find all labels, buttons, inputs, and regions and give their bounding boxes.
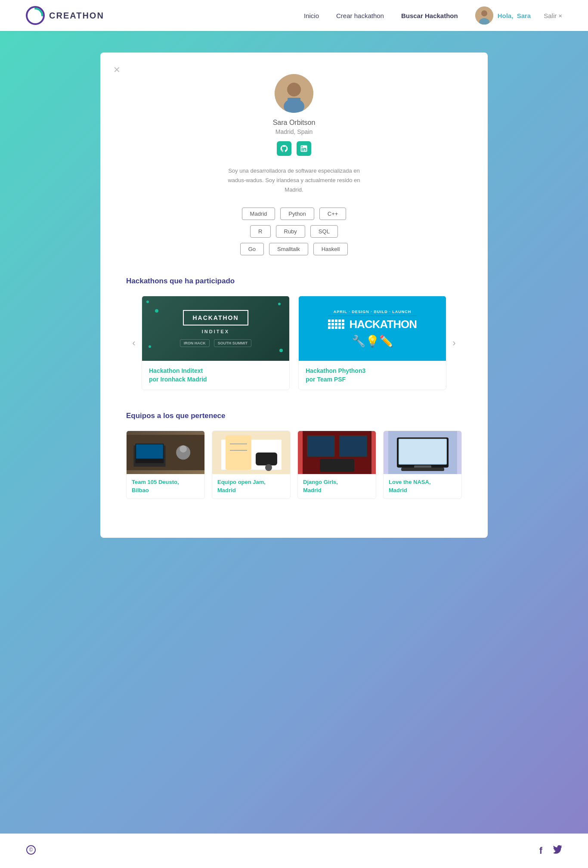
carousel-items: HACKATHON INDITEX IRON HACK SOUTH SUMMIT	[142, 296, 446, 390]
profile-avatar-icon	[275, 74, 313, 113]
tag-ruby[interactable]: Ruby	[276, 225, 305, 238]
tag-python[interactable]: Python	[280, 208, 314, 220]
hackathons-section: Hackathons que ha participado ‹	[126, 277, 462, 390]
tags-row-3: Go Smalltalk Haskell	[240, 243, 348, 255]
team-info-2: Equipo open Jam,Madrid	[212, 474, 290, 498]
hackathons-carousel: ‹ H	[126, 296, 462, 390]
hackathon-info-2: Hackathon Phython3 por Team PSF	[299, 361, 446, 390]
team-name-2: Equipo open Jam,Madrid	[217, 478, 285, 494]
nav-avatar	[475, 6, 493, 25]
svg-point-2	[481, 10, 487, 16]
profile-card: ✕ Sara Orbitson Madrid, Spain	[100, 53, 488, 538]
svg-text:©: ©	[29, 847, 33, 853]
profile-header: Sara Orbitson Madrid, Spain Soy una desa…	[126, 74, 462, 195]
profile-avatar	[275, 74, 313, 113]
svg-rect-7	[288, 98, 300, 106]
hackathon-name-2: Hackathon Phython3 por Team PSF	[306, 367, 439, 384]
team-name-1: Team 105 Deusto,Bilbao	[132, 478, 199, 494]
hackathon-info-1: Hackathon Inditext por Ironhack Madrid	[142, 361, 289, 390]
social-icons	[126, 141, 462, 156]
svg-point-13	[179, 446, 186, 453]
hack1-title: HACKATHON	[192, 314, 238, 321]
team-info-1: Team 105 Deusto,Bilbao	[127, 474, 204, 498]
hackathon-img-1: HACKATHON INDITEX IRON HACK SOUTH SUMMIT	[142, 296, 289, 361]
tag-go[interactable]: Go	[240, 243, 264, 255]
twitter-icon[interactable]	[553, 845, 562, 857]
team-card-1[interactable]: Team 105 Deusto,Bilbao	[126, 431, 205, 499]
footer-social: f	[539, 845, 562, 857]
svg-rect-19	[256, 453, 277, 465]
team-card-2[interactable]: Equipo open Jam,Madrid	[212, 431, 291, 499]
nav-user: Hola, Sara Salir ×	[475, 6, 562, 25]
svg-point-20	[265, 464, 272, 471]
copyright-icon: ©	[26, 845, 36, 855]
github-icon[interactable]	[277, 141, 291, 156]
team-info-3: Django Girls,Madrid	[298, 474, 376, 498]
team-name-4: Love the NASA,Madrid	[389, 478, 456, 494]
user-avatar-icon	[475, 6, 493, 25]
facebook-icon[interactable]: f	[539, 845, 542, 857]
hackathon-card-2[interactable]: APRIL · DESIGN · BUILD · LAUNCH	[298, 296, 446, 390]
close-button[interactable]: ✕	[113, 65, 121, 74]
logo-icon	[26, 6, 45, 25]
footer: © f	[0, 834, 588, 868]
navbar: CREATHON Inicio Crear hackathon Buscar H…	[0, 0, 588, 31]
team-img-2	[212, 431, 290, 474]
prev-arrow[interactable]: ‹	[126, 338, 142, 349]
svg-rect-11	[136, 445, 163, 459]
team-card-4[interactable]: Love the NASA,Madrid	[383, 431, 462, 499]
tag-cpp[interactable]: C++	[319, 208, 347, 220]
profile-location: Madrid, Spain	[126, 128, 462, 135]
next-arrow[interactable]: ›	[446, 338, 462, 349]
hackathons-title: Hackathons que ha participado	[126, 277, 462, 285]
nav-buscar[interactable]: Buscar Hackathon	[401, 12, 458, 19]
tags-area: Madrid Python C++ R Ruby SQL Go Smalltal…	[126, 208, 462, 255]
tag-sql[interactable]: SQL	[310, 225, 338, 238]
team-card-3[interactable]: Django Girls,Madrid	[297, 431, 376, 499]
team-img-3	[298, 431, 376, 474]
nav-hello: Hola, Sara	[498, 12, 531, 19]
main-background: ✕ Sara Orbitson Madrid, Spain	[0, 31, 588, 834]
nav-links: Inicio Crear hackathon Buscar Hackathon	[304, 12, 458, 19]
svg-rect-25	[340, 436, 366, 456]
footer-copyright: ©	[26, 845, 36, 857]
svg-rect-23	[308, 436, 334, 456]
profile-name: Sara Orbitson	[126, 119, 462, 127]
tags-row-2: R Ruby SQL	[250, 225, 338, 238]
team-img-1	[127, 431, 204, 474]
teams-title: Equipos a los que pertenece	[126, 412, 462, 420]
tag-r[interactable]: R	[250, 225, 270, 238]
salir-button[interactable]: Salir ×	[544, 12, 562, 19]
logo-text: CREATHON	[49, 11, 104, 21]
hackathon-card-1[interactable]: HACKATHON INDITEX IRON HACK SOUTH SUMMIT	[142, 296, 290, 390]
teams-grid: Team 105 Deusto,Bilbao	[126, 431, 462, 499]
svg-rect-32	[401, 468, 444, 471]
hello-text: Hola,	[498, 12, 514, 19]
svg-rect-30	[399, 440, 446, 464]
tag-madrid[interactable]: Madrid	[242, 208, 275, 220]
svg-point-5	[287, 83, 301, 96]
tag-smalltalk[interactable]: Smalltalk	[269, 243, 308, 255]
team-name-3: Django Girls,Madrid	[303, 478, 371, 494]
tags-row-1: Madrid Python C++	[242, 208, 347, 220]
hackathon-name-1: Hackathon Inditext por Ironhack Madrid	[149, 367, 282, 384]
svg-rect-26	[320, 459, 354, 472]
nav-inicio[interactable]: Inicio	[304, 12, 319, 19]
teams-section: Equipos a los que pertenece	[126, 412, 462, 499]
linkedin-icon[interactable]	[297, 141, 311, 156]
nav-crear[interactable]: Crear hackathon	[336, 12, 384, 19]
team-img-4	[384, 431, 461, 474]
hack1-subtitle: INDITEX	[180, 329, 252, 334]
logo-area: CREATHON	[26, 6, 104, 25]
nav-username: Sara	[517, 12, 531, 19]
tag-haskell[interactable]: Haskell	[313, 243, 348, 255]
team-info-4: Love the NASA,Madrid	[384, 474, 461, 498]
profile-bio: Soy una desarrolladora de software espec…	[221, 166, 367, 195]
svg-rect-16	[226, 435, 251, 470]
hackathon-img-2: APRIL · DESIGN · BUILD · LAUNCH	[299, 296, 446, 361]
